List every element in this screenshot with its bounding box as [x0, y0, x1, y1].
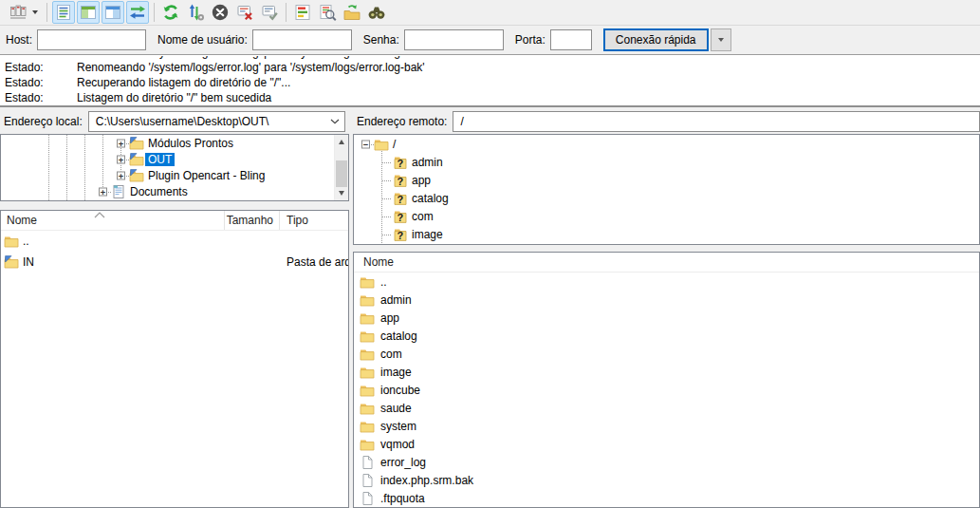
toggle-log-button[interactable] — [52, 1, 75, 24]
file-icon — [360, 491, 375, 506]
cancel-button[interactable] — [209, 1, 231, 24]
column-header-type[interactable]: Tipo — [280, 211, 348, 230]
scroll-up-button[interactable] — [335, 135, 348, 149]
reconnect-icon — [260, 3, 279, 22]
remote-address-input[interactable]: / — [453, 111, 980, 132]
process-queue-button[interactable] — [184, 1, 207, 24]
scroll-down-button[interactable] — [335, 186, 348, 200]
password-input[interactable] — [404, 29, 504, 50]
folder-question-icon: ? — [393, 209, 408, 224]
quickconnect-bar: Host: Nome de usuário: Senha: Porta: Con… — [0, 27, 980, 53]
triangle-down-icon — [339, 191, 344, 196]
reconnect-button[interactable] — [258, 1, 281, 24]
local-tree-toggle-icon — [79, 3, 98, 22]
chevron-down-icon — [32, 10, 38, 14]
log-entries: Estado:Renomeando '/system/logs/error.lo… — [0, 55, 980, 105]
file-row-index-php-srm-bak[interactable]: index.php.srm.bak — [354, 471, 979, 489]
quickconnect-dropdown-button[interactable] — [711, 28, 731, 51]
disconnect-button[interactable] — [233, 1, 256, 24]
file-row-IN[interactable]: INPasta de arq — [1, 252, 348, 273]
port-label: Porta: — [515, 33, 545, 47]
folder-question-icon: ? — [393, 173, 408, 188]
file-name: error_log — [380, 456, 426, 469]
find-files-button[interactable] — [365, 1, 388, 24]
local-address-combobox[interactable]: C:\Users\username\Desktop\OUT\ — [88, 111, 345, 132]
log-entry-message: Renomeando '/system/logs/error.log' para… — [77, 61, 425, 74]
port-input[interactable] — [550, 29, 592, 50]
local-horizontal-splitter[interactable] — [0, 201, 349, 210]
svg-text:?: ? — [398, 157, 404, 168]
log-entry-type: Estado: — [5, 90, 77, 105]
folder-corner-icon — [4, 254, 19, 270]
log-entry-type: Estado: — [5, 60, 77, 75]
tree-item-plugin-opencart-bling[interactable]: +Plugin Opencart - Bling — [1, 167, 334, 183]
host-input[interactable] — [37, 29, 146, 50]
file-row-app[interactable]: app — [354, 309, 979, 327]
remote-tree-toggle-icon — [103, 3, 122, 22]
expand-icon[interactable]: + — [117, 155, 125, 163]
expand-icon[interactable]: + — [117, 171, 125, 179]
column-header-size[interactable]: Tamanho — [225, 211, 280, 230]
chevron-down-icon — [330, 119, 340, 124]
tree-item-out[interactable]: +OUT — [1, 151, 334, 167]
filter-button[interactable] — [291, 1, 314, 24]
tree-item-label: image — [409, 228, 446, 241]
file-row--ftpquota[interactable]: .ftpquota — [354, 489, 979, 507]
site-manager-button[interactable] — [4, 1, 42, 24]
tree-item-admin[interactable]: ?admin — [354, 153, 979, 171]
local-tree-scrollbar[interactable] — [334, 135, 348, 200]
local-address-value: C:\Users\username\Desktop\OUT\ — [96, 115, 330, 128]
compare-directories-button[interactable] — [316, 1, 339, 24]
synchronized-browsing-button[interactable] — [341, 1, 363, 24]
local-tree-rows: +Módulos Prontos+OUT+Plugin Opencart - B… — [1, 135, 334, 200]
expand-icon[interactable]: + — [117, 139, 125, 147]
folder-icon — [4, 234, 19, 249]
tree-item-image[interactable]: ?image — [354, 225, 979, 243]
toggle-queue-button[interactable] — [126, 1, 149, 24]
tree-item-m-dulos-prontos[interactable]: +Módulos Prontos — [1, 135, 334, 151]
toggle-remote-tree-button[interactable] — [102, 1, 124, 24]
tree-item-app[interactable]: ?app — [354, 171, 979, 189]
file-row-com[interactable]: com — [354, 345, 979, 363]
expand-icon[interactable]: + — [99, 187, 107, 196]
tree-item-label: Documents — [127, 185, 191, 198]
tree-item-label: app — [409, 174, 434, 187]
column-header-name[interactable]: Nome — [354, 253, 979, 272]
file-row-admin[interactable]: admin — [354, 291, 979, 309]
collapse-icon[interactable]: − — [361, 140, 370, 148]
refresh-icon — [161, 3, 180, 22]
tree-item-label: / — [390, 138, 398, 151]
file-name: .. — [23, 235, 29, 248]
refresh-button[interactable] — [159, 1, 182, 24]
tree-item-documents[interactable]: +Documents — [1, 183, 334, 199]
file-name: .ftpquota — [380, 492, 425, 505]
scrollbar-thumb[interactable] — [336, 160, 347, 187]
username-label: Nome de usuário: — [157, 33, 248, 47]
file-row-catalog[interactable]: catalog — [354, 327, 979, 345]
file-row--[interactable]: .. — [354, 273, 979, 291]
tree-item--[interactable]: −/ — [354, 135, 979, 153]
remote-file-list: Nome ..adminappcatalogcomimageioncubesau… — [353, 252, 980, 508]
toggle-local-tree-button[interactable] — [77, 1, 100, 24]
remote-address-row: Endereço remoto: / — [353, 109, 980, 134]
file-row-system[interactable]: system — [354, 417, 979, 435]
file-row-vqmod[interactable]: vqmod — [354, 435, 979, 453]
file-row-saude[interactable]: saude — [354, 399, 979, 417]
compare-icon — [318, 3, 337, 22]
file-row--[interactable]: .. — [1, 231, 348, 252]
quickconnect-button[interactable]: Conexão rápida — [603, 28, 709, 51]
documents-icon — [111, 184, 126, 199]
file-row-image[interactable]: image — [354, 363, 979, 381]
folder-question-icon: ? — [393, 155, 408, 170]
local-list-header: Nome Tamanho Tipo — [1, 211, 348, 231]
column-header-name[interactable]: Nome — [1, 211, 225, 230]
username-input[interactable] — [252, 29, 352, 50]
file-row-error-log[interactable]: error_log — [354, 453, 979, 471]
log-entry-type: Estado: — [5, 75, 77, 90]
remote-list-header: Nome — [354, 253, 979, 273]
file-name: admin — [380, 293, 412, 307]
svg-text:?: ? — [398, 175, 404, 186]
tree-item-com[interactable]: ?com — [354, 207, 979, 225]
file-row-ioncube[interactable]: ioncube — [354, 381, 979, 399]
tree-item-catalog[interactable]: ?catalog — [354, 189, 979, 207]
